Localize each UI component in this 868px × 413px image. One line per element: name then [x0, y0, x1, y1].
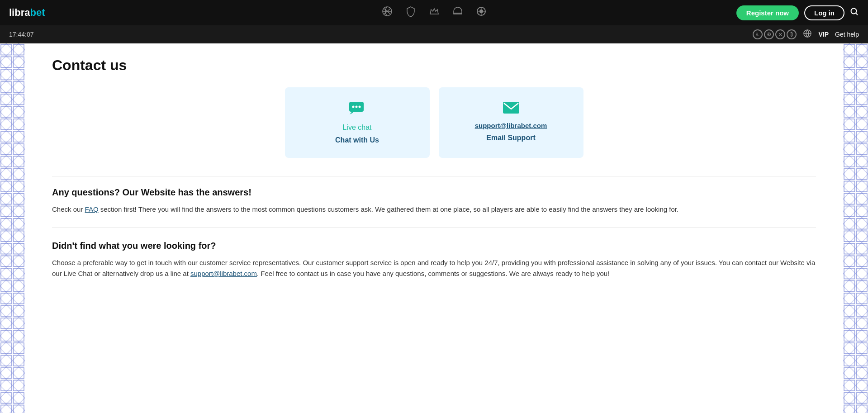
svg-point-14	[355, 106, 357, 108]
faq-link[interactable]: FAQ	[85, 205, 99, 213]
ripple-icon: ✕	[775, 29, 785, 39]
email-card[interactable]: support@librabet.com Email Support	[439, 87, 583, 158]
faq-section: Any questions? Our Website has the answe…	[52, 187, 816, 215]
main-content: Contact us Live chat Chat with Us	[25, 43, 843, 413]
shield-icon[interactable]	[405, 6, 416, 19]
contact-section: Didn't find what you were looking for? C…	[52, 241, 816, 279]
second-bar: 17:44:07 Ł Ð ✕ ₿ VIP Get help	[0, 25, 868, 43]
casino-icon[interactable]	[476, 6, 487, 19]
chat-icon	[348, 101, 366, 119]
svg-point-2	[480, 10, 483, 13]
email-icon	[502, 101, 520, 117]
logo-bet: bet	[30, 7, 45, 19]
svg-rect-11	[0, 43, 25, 413]
top-nav: librabet Register now Log in	[0, 0, 868, 25]
faq-text-before: Check our	[52, 205, 85, 213]
globe-icon[interactable]	[803, 29, 812, 40]
email-link[interactable]: support@librabet.com	[475, 122, 547, 129]
crown-icon[interactable]	[429, 6, 440, 19]
logo-libra: libra	[9, 7, 30, 19]
helmet-icon[interactable]	[452, 6, 463, 19]
crypto-icons: Ł Ð ✕ ₿	[753, 29, 797, 39]
litecoin-icon: Ł	[753, 29, 763, 39]
page-title: Contact us	[52, 57, 816, 74]
search-icon[interactable]	[850, 7, 859, 19]
contact-email-link[interactable]: support@librabet.com	[190, 270, 257, 277]
logo[interactable]: librabet	[9, 7, 45, 19]
contact-heading: Didn't find what you were looking for?	[52, 241, 816, 251]
live-chat-subtitle: Chat with Us	[335, 136, 379, 144]
svg-rect-23	[843, 43, 868, 413]
live-chat-card[interactable]: Live chat Chat with Us	[285, 87, 430, 158]
svg-point-15	[358, 106, 360, 108]
vip-label[interactable]: VIP	[818, 31, 829, 38]
faq-text-after: section first! There you will find the a…	[99, 205, 679, 213]
svg-rect-16	[503, 102, 519, 114]
gethelp-label[interactable]: Get help	[835, 31, 859, 38]
second-bar-right: Ł Ð ✕ ₿ VIP Get help	[753, 29, 859, 40]
sports-icon[interactable]	[382, 6, 393, 19]
svg-point-13	[352, 106, 354, 108]
contact-text-after: . Feel free to contact us in case you ha…	[257, 270, 609, 277]
nav-right: Register now Log in	[736, 5, 859, 20]
faq-text: Check our FAQ section first! There you w…	[52, 204, 816, 215]
bitcoin-icon: ₿	[787, 29, 797, 39]
divider-1	[52, 176, 816, 176]
divider-2	[52, 228, 816, 228]
svg-point-3	[851, 8, 857, 14]
dash-icon: Ð	[764, 29, 774, 39]
login-button[interactable]: Log in	[804, 5, 844, 20]
page-body: Contact us Live chat Chat with Us	[0, 43, 868, 413]
contact-cards: Live chat Chat with Us support@librabet.…	[52, 87, 816, 158]
time-display: 17:44:07	[9, 31, 34, 38]
live-chat-title: Live chat	[342, 123, 371, 132]
right-decoration	[843, 43, 868, 413]
faq-heading: Any questions? Our Website has the answe…	[52, 187, 816, 198]
contact-text: Choose a preferable way to get in touch …	[52, 257, 816, 279]
register-button[interactable]: Register now	[736, 5, 799, 20]
nav-icons	[382, 6, 487, 19]
left-decoration	[0, 43, 25, 413]
email-subtitle: Email Support	[486, 134, 535, 142]
